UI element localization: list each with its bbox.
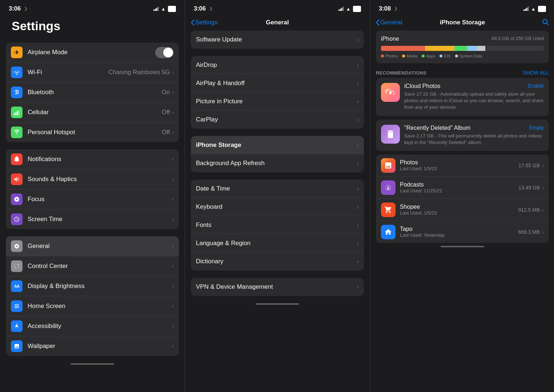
list-item-wifi[interactable]: Wi-Fi Chasing Rainbows 5G › bbox=[6, 63, 179, 83]
segment-apps bbox=[454, 46, 467, 51]
list-item-airplane[interactable]: ✈ Airplane Mode bbox=[6, 43, 179, 63]
list-item-hotspot[interactable]: Personal Hotspot Off › bbox=[6, 123, 179, 142]
chevron-icon: › bbox=[172, 69, 174, 75]
list-item-screentime[interactable]: Screen Time › bbox=[6, 209, 179, 229]
chevron-icon: › bbox=[357, 142, 359, 148]
rec-deleted-title-row: "Recently Deleted" Album Empty bbox=[404, 125, 544, 131]
photos-app-info: Photos Last Used: 1/5/23 bbox=[400, 159, 518, 171]
battery-1: 63 bbox=[168, 6, 176, 12]
chevron-icon: › bbox=[357, 240, 359, 246]
app-item-photos[interactable]: Photos Last Used: 1/5/23 17.65 GB › bbox=[376, 155, 549, 177]
panel-settings: 3:06 ☽ ▲ 63 Settings ✈ Airplane Mode Wi bbox=[0, 0, 185, 392]
icloud-enable-button[interactable]: Enable bbox=[528, 83, 544, 89]
list-item-sounds[interactable]: Sounds & Haptics › bbox=[6, 169, 179, 189]
panel-general: 3:06 ☽ ▲ 63 Settings General Software Up… bbox=[185, 0, 370, 392]
list-item-dictionary[interactable]: Dictionary › bbox=[191, 252, 364, 271]
list-item-accessibility[interactable]: Accessibility › bbox=[6, 316, 179, 336]
scroll-indicator-2 bbox=[256, 303, 299, 305]
wifi-icon-3: ▲ bbox=[531, 6, 536, 12]
chevron-icon: › bbox=[172, 109, 174, 115]
legend-dot-media bbox=[402, 55, 405, 57]
app-item-podcasts[interactable]: Podcasts Last Used: 11/25/22 13.49 GB › bbox=[376, 177, 549, 199]
list-item-airplay[interactable]: AirPlay & Handoff › bbox=[191, 74, 364, 92]
list-item-focus[interactable]: Focus › bbox=[6, 189, 179, 209]
battery-2: 63 bbox=[353, 6, 361, 12]
signal-icon-2 bbox=[338, 7, 344, 11]
storage-title-row: iPhone 68.5 GB of 256 GB Used bbox=[381, 36, 544, 42]
homescreen-icon bbox=[11, 300, 23, 312]
list-item-language[interactable]: Language & Region › bbox=[191, 234, 364, 252]
back-button-general[interactable]: General bbox=[376, 19, 402, 26]
list-item-pip[interactable]: Picture in Picture › bbox=[191, 92, 364, 111]
legend-dot-sysdata bbox=[455, 55, 458, 57]
storage-header: General iPhone Storage bbox=[370, 16, 554, 31]
section-locale: Date & Time › Keyboard › Fonts › Languag… bbox=[191, 180, 364, 271]
list-item-fonts[interactable]: Fonts › bbox=[191, 216, 364, 234]
airplane-icon: ✈ bbox=[11, 47, 23, 58]
svg-rect-2 bbox=[17, 111, 18, 115]
tapo-app-icon bbox=[381, 225, 396, 239]
status-bar-3: 3:08 ☽ ▲ 63 bbox=[370, 0, 554, 16]
chevron-icon: › bbox=[542, 207, 544, 213]
list-item-wallpaper[interactable]: Wallpaper › bbox=[6, 336, 179, 356]
list-item-notifications[interactable]: Notifications › bbox=[6, 149, 179, 169]
moon-icon-1: ☽ bbox=[23, 6, 27, 12]
list-item-cellular[interactable]: Cellular Off › bbox=[6, 103, 179, 123]
general-header: Settings General bbox=[185, 16, 370, 31]
wifi-settings-icon bbox=[11, 67, 23, 78]
list-item-bluetooth[interactable]: ℬ Bluetooth On › bbox=[6, 83, 179, 103]
list-item-homescreen[interactable]: Home Screen › bbox=[6, 296, 179, 316]
chevron-icon: › bbox=[172, 176, 174, 182]
list-item-softwareupdate[interactable]: Software Update › bbox=[191, 31, 364, 49]
rec-icloud-title-row: iCloud Photos Enable bbox=[404, 83, 544, 89]
chevron-icon: › bbox=[357, 160, 359, 166]
recently-deleted-icon bbox=[381, 125, 400, 144]
focus-icon bbox=[11, 193, 23, 205]
list-item-carplay[interactable]: CarPlay › bbox=[191, 111, 364, 129]
app-item-shopee[interactable]: Shopee Last Used: 1/5/23 912.5 MB › bbox=[376, 199, 549, 221]
deleted-empty-button[interactable]: Empty bbox=[529, 125, 544, 131]
chevron-icon: › bbox=[357, 222, 359, 228]
legend-apps: Apps bbox=[422, 54, 435, 58]
back-button-settings[interactable]: Settings bbox=[191, 19, 217, 26]
list-item-iphonestorage[interactable]: iPhone Storage › bbox=[191, 136, 364, 154]
chevron-icon: › bbox=[542, 163, 544, 168]
app-storage-list: Photos Last Used: 1/5/23 17.65 GB › Podc… bbox=[376, 155, 549, 243]
app-item-tapo[interactable]: Tapo Last Used: Yesterday 669.3 MB › bbox=[376, 221, 549, 243]
list-item-airdrop[interactable]: AirDrop › bbox=[191, 56, 364, 74]
signal-icon-3 bbox=[523, 7, 529, 11]
chevron-icon: › bbox=[542, 229, 544, 235]
show-all-button[interactable]: SHOW ALL bbox=[523, 70, 549, 76]
section-sharing: AirDrop › AirPlay & Handoff › Picture in… bbox=[191, 56, 364, 129]
segment-media bbox=[425, 46, 454, 51]
controlcenter-icon bbox=[11, 260, 23, 272]
list-item-keyboard[interactable]: Keyboard › bbox=[191, 198, 364, 216]
list-item-vpn[interactable]: VPN & Device Management › bbox=[191, 278, 364, 296]
status-icons-2: ▲ 63 bbox=[338, 6, 361, 12]
search-button[interactable] bbox=[542, 18, 549, 27]
rec-recently-deleted[interactable]: "Recently Deleted" Album Empty Save 2.17… bbox=[376, 120, 549, 151]
list-item-general[interactable]: General › bbox=[6, 236, 179, 256]
chevron-icon: › bbox=[172, 343, 174, 349]
display-icon: AA bbox=[11, 280, 23, 292]
section-alerts: Notifications › Sounds & Haptics › Focus… bbox=[6, 149, 179, 229]
airplane-toggle[interactable] bbox=[155, 47, 174, 58]
recommendations-header: RECOMMENDATIONS SHOW ALL bbox=[370, 65, 554, 78]
legend-media: Media bbox=[402, 54, 417, 58]
list-item-bgrefresh[interactable]: Background App Refresh › bbox=[191, 154, 364, 172]
chevron-icon: › bbox=[172, 323, 174, 329]
legend-dot-photos bbox=[381, 55, 384, 57]
status-time-1: 3:06 bbox=[9, 5, 21, 12]
chevron-icon: › bbox=[172, 196, 174, 202]
section-software: Software Update › bbox=[191, 31, 364, 49]
moon-icon-2: ☽ bbox=[208, 6, 212, 12]
rec-icloud-photos[interactable]: iCloud Photos Enable Save 17.15 GB - Aut… bbox=[376, 78, 549, 116]
legend-sysdata: System Data bbox=[455, 54, 482, 58]
svg-rect-3 bbox=[19, 110, 20, 115]
svg-rect-0 bbox=[14, 113, 15, 115]
chevron-icon: › bbox=[172, 129, 174, 135]
list-item-datetime[interactable]: Date & Time › bbox=[191, 180, 364, 198]
list-item-display[interactable]: AA Display & Brightness › bbox=[6, 276, 179, 296]
chevron-icon: › bbox=[357, 117, 359, 123]
list-item-controlcenter[interactable]: Control Center › bbox=[6, 256, 179, 276]
